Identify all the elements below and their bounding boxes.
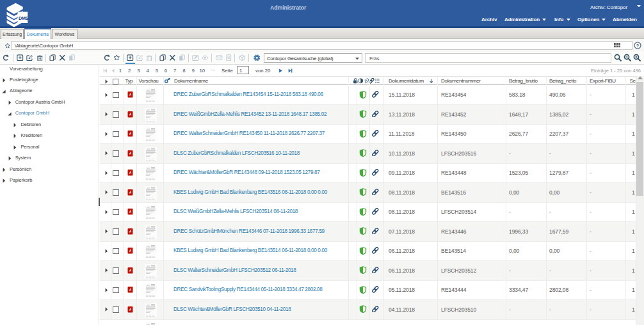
svg-text:?: ?: [636, 43, 640, 49]
svg-text:DMS: DMS: [19, 15, 29, 21]
